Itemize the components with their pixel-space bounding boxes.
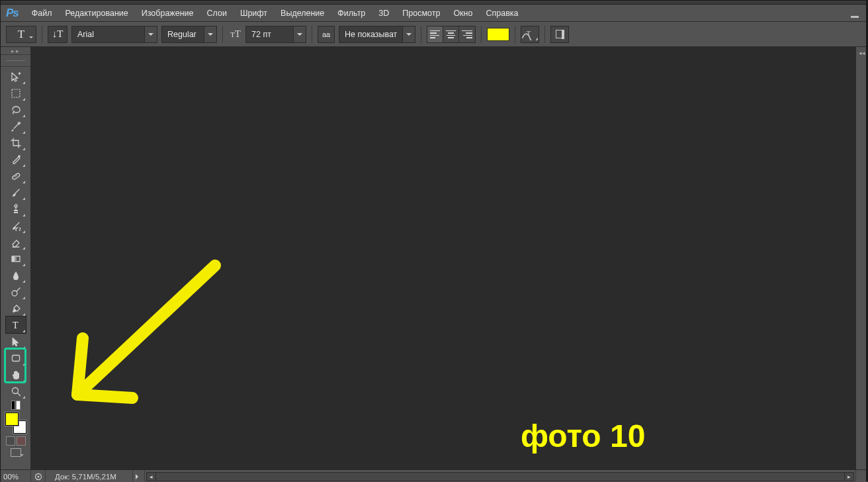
history-brush-tool[interactable] bbox=[6, 217, 26, 234]
separator bbox=[481, 26, 482, 43]
dropdown-arrow-icon[interactable] bbox=[402, 26, 415, 43]
svg-point-6 bbox=[16, 175, 17, 175]
toolbar-separator bbox=[1, 55, 30, 67]
quick-mask-button[interactable] bbox=[17, 436, 26, 446]
menu-3d[interactable]: 3D bbox=[372, 6, 396, 21]
svg-rect-10 bbox=[15, 256, 17, 262]
dropdown-arrow-icon[interactable] bbox=[204, 26, 217, 43]
status-bar: 00% Док: 5,71M/5,21M ◂ ▸ bbox=[1, 469, 867, 482]
svg-point-7 bbox=[15, 205, 17, 207]
svg-line-16 bbox=[77, 338, 83, 395]
blur-tool[interactable] bbox=[6, 267, 26, 283]
font-style-input[interactable] bbox=[161, 26, 204, 43]
lasso-tool[interactable] bbox=[6, 101, 26, 118]
app-logo: Ps bbox=[6, 7, 19, 20]
antialias-input[interactable] bbox=[339, 26, 402, 43]
align-left-button[interactable] bbox=[427, 26, 443, 42]
pen-tool[interactable] bbox=[6, 300, 26, 316]
font-size-dropdown[interactable] bbox=[245, 26, 306, 43]
text-orientation-button[interactable]: ↓T bbox=[48, 26, 67, 43]
document-size[interactable]: Док: 5,71M/5,21M bbox=[46, 470, 133, 482]
default-colors-button[interactable] bbox=[11, 401, 21, 410]
separator bbox=[544, 26, 545, 43]
menu-layers[interactable]: Слои bbox=[200, 6, 234, 21]
zoom-tool[interactable] bbox=[6, 383, 26, 399]
warp-text-button[interactable]: T bbox=[521, 26, 539, 43]
menu-window[interactable]: Окно bbox=[447, 6, 479, 21]
svg-line-17 bbox=[77, 395, 132, 398]
separator bbox=[421, 26, 421, 43]
separator bbox=[515, 26, 515, 43]
crop-tool[interactable] bbox=[6, 134, 26, 151]
annotation-arrow bbox=[50, 259, 222, 418]
menu-select[interactable]: Выделение bbox=[274, 6, 331, 21]
hand-tool[interactable] bbox=[6, 366, 26, 383]
text-color-swatch[interactable] bbox=[487, 28, 509, 41]
screen-mode-icon bbox=[11, 448, 21, 457]
brush-tool[interactable] bbox=[6, 184, 26, 201]
antialias-dropdown[interactable] bbox=[339, 26, 415, 43]
menu-type[interactable]: Шрифт bbox=[234, 6, 274, 21]
separator bbox=[312, 26, 312, 43]
align-center-button[interactable] bbox=[443, 26, 459, 42]
standard-mode-button[interactable] bbox=[6, 436, 15, 446]
move-tool[interactable] bbox=[6, 68, 26, 85]
rectangle-tool[interactable] bbox=[6, 350, 26, 366]
expand-panels-icon[interactable]: ◂◂ bbox=[859, 50, 865, 56]
menu-edit[interactable]: Редактирование bbox=[59, 6, 135, 21]
magic-wand-tool[interactable] bbox=[6, 118, 26, 134]
menu-image[interactable]: Изображение bbox=[135, 6, 200, 21]
font-family-dropdown[interactable] bbox=[71, 26, 157, 43]
panels-icon bbox=[556, 30, 564, 38]
horizontal-scrollbar[interactable]: ◂ ▸ bbox=[146, 472, 854, 481]
svg-point-19 bbox=[37, 475, 39, 477]
dodge-tool[interactable] bbox=[6, 283, 26, 300]
screen-mode-button[interactable] bbox=[1, 448, 30, 457]
svg-text:T: T bbox=[527, 30, 531, 37]
window-minimize-button[interactable] bbox=[846, 7, 863, 19]
eraser-tool[interactable] bbox=[6, 234, 26, 250]
dropdown-arrow-icon[interactable] bbox=[144, 26, 157, 43]
tool-preset-picker[interactable]: T bbox=[6, 26, 36, 43]
font-style-dropdown[interactable] bbox=[161, 26, 217, 43]
options-bar: T ↓T тT aa bbox=[1, 22, 867, 47]
menu-help[interactable]: Справка bbox=[479, 6, 525, 21]
svg-rect-9 bbox=[12, 256, 15, 262]
tools-panel: ▸▸ T bbox=[1, 47, 31, 469]
clone-stamp-tool[interactable] bbox=[6, 201, 26, 217]
healing-brush-tool[interactable] bbox=[6, 168, 26, 184]
preview-icon[interactable] bbox=[31, 470, 46, 482]
svg-rect-1 bbox=[12, 89, 20, 97]
menu-view[interactable]: Просмотр bbox=[396, 6, 447, 21]
svg-text:T: T bbox=[13, 320, 19, 330]
toolbar-grip[interactable]: ▸▸ bbox=[1, 47, 30, 55]
align-right-button[interactable] bbox=[459, 26, 475, 42]
status-menu-button[interactable] bbox=[133, 470, 145, 482]
svg-rect-13 bbox=[12, 355, 19, 361]
font-size-icon: тT bbox=[228, 28, 243, 40]
menu-file[interactable]: Файл bbox=[25, 6, 59, 21]
zoom-level[interactable]: 00% bbox=[1, 470, 31, 482]
warp-text-icon: T bbox=[521, 28, 539, 40]
marquee-tool[interactable] bbox=[6, 85, 26, 101]
toggle-panels-button[interactable] bbox=[550, 26, 569, 43]
dropdown-arrow-icon[interactable] bbox=[293, 26, 306, 43]
scroll-right-button[interactable]: ▸ bbox=[844, 473, 853, 481]
color-wells bbox=[5, 412, 26, 434]
foreground-color-swatch[interactable] bbox=[5, 412, 19, 426]
gradient-tool[interactable] bbox=[6, 250, 26, 267]
font-family-input[interactable] bbox=[71, 26, 144, 43]
font-size-input[interactable] bbox=[245, 26, 293, 43]
path-select-tool[interactable] bbox=[6, 333, 26, 350]
svg-point-2 bbox=[18, 155, 21, 158]
menu-filter[interactable]: Фильтр bbox=[331, 6, 372, 21]
eyedropper-tool[interactable] bbox=[6, 151, 26, 168]
text-align-group bbox=[427, 26, 476, 43]
canvas-area[interactable]: фото 10 bbox=[31, 47, 855, 469]
scroll-left-button[interactable]: ◂ bbox=[147, 473, 156, 481]
antialias-icon: aa bbox=[318, 26, 335, 43]
separator bbox=[222, 26, 223, 43]
svg-point-5 bbox=[14, 176, 15, 177]
annotation-label: фото 10 bbox=[521, 418, 645, 454]
type-tool[interactable]: T bbox=[6, 316, 26, 333]
